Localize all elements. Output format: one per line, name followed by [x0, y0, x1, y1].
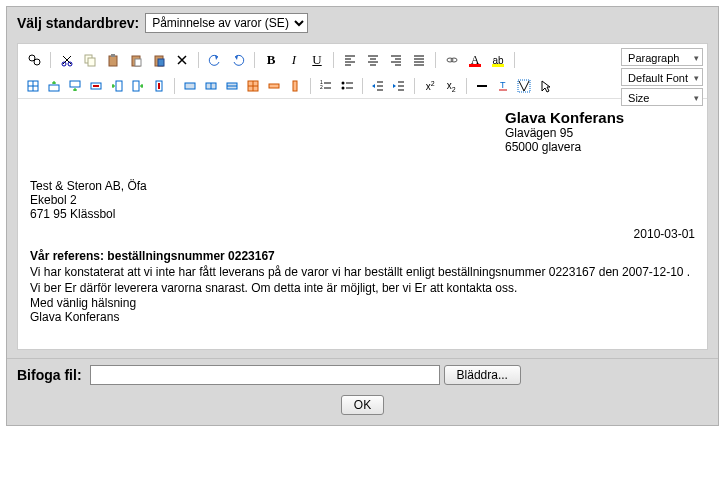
footer-row: OK	[7, 391, 718, 425]
svg-rect-9	[135, 59, 141, 66]
row-props-icon[interactable]	[265, 76, 283, 96]
undo-icon[interactable]	[205, 50, 225, 70]
svg-rect-25	[269, 84, 279, 88]
letter-date: 2010-03-01	[30, 221, 695, 241]
paste-icon[interactable]	[103, 50, 123, 70]
reference-line: Vår referens: beställningsnummer 0223167	[30, 249, 695, 263]
separator	[414, 78, 415, 94]
separator	[333, 52, 334, 68]
separator	[254, 52, 255, 68]
svg-rect-7	[111, 54, 115, 57]
app-window: Välj standardbrev: Påminnelse av varor (…	[6, 6, 719, 426]
editor-toolbar: B I U A ab Paragraph Default Font Size	[18, 44, 707, 99]
paste-text-icon[interactable]	[126, 50, 146, 70]
underline-icon[interactable]: U	[307, 50, 327, 70]
select-all-icon[interactable]	[515, 76, 533, 96]
recipient-line-1: Test & Steron AB, Öfa	[30, 179, 695, 193]
separator	[50, 52, 51, 68]
superscript-icon[interactable]: x2	[421, 76, 439, 96]
cursor-icon[interactable]	[536, 76, 554, 96]
recipient-line-2: Ekebol 2	[30, 193, 695, 207]
separator	[198, 52, 199, 68]
svg-text:2: 2	[320, 84, 323, 90]
separator	[362, 78, 363, 94]
template-select[interactable]: Påminnelse av varor (SE)	[145, 13, 308, 33]
separator	[466, 78, 467, 94]
link-icon[interactable]	[442, 50, 462, 70]
sender-name: Glava Konferans	[505, 109, 695, 126]
unordered-list-icon[interactable]	[338, 76, 356, 96]
template-select-row: Välj standardbrev: Påminnelse av varor (…	[7, 7, 718, 43]
svg-rect-18	[116, 81, 122, 91]
separator	[310, 78, 311, 94]
remove-format-icon[interactable]: T	[494, 76, 512, 96]
outdent-icon[interactable]	[369, 76, 387, 96]
closing-line-2: Glava Konferans	[30, 310, 695, 324]
find-icon[interactable]	[24, 50, 44, 70]
svg-rect-11	[158, 59, 164, 66]
highlight-icon[interactable]: ab	[488, 50, 508, 70]
rich-text-editor: B I U A ab Paragraph Default Font Size	[17, 43, 708, 350]
sender-address-2: 65000 glavera	[505, 140, 695, 154]
font-select[interactable]: Default Font	[621, 68, 703, 86]
cut-icon[interactable]	[57, 50, 77, 70]
svg-point-13	[451, 58, 457, 62]
insert-col-right-icon[interactable]	[129, 76, 147, 96]
editor-content[interactable]: Glava Konferans Glavägen 95 65000 glaver…	[18, 99, 707, 349]
indent-icon[interactable]	[390, 76, 408, 96]
attach-row: Bifoga fil: Bläddra...	[7, 358, 718, 391]
letter-body: Vi har konstaterat att vi inte har fått …	[30, 265, 695, 296]
attach-label: Bifoga fil:	[17, 367, 82, 383]
insert-row-below-icon[interactable]	[66, 76, 84, 96]
size-select[interactable]: Size	[621, 88, 703, 106]
svg-rect-26	[293, 81, 297, 91]
copy-icon[interactable]	[80, 50, 100, 70]
paragraph-select[interactable]: Paragraph	[621, 48, 703, 66]
split-cell-h-icon[interactable]	[202, 76, 220, 96]
cell-props-icon[interactable]	[244, 76, 262, 96]
toolbar-row-2: 12 x2 x2 T	[24, 76, 554, 96]
col-props-icon[interactable]	[286, 76, 304, 96]
svg-rect-5	[88, 58, 95, 66]
table-icon[interactable]	[24, 76, 42, 96]
svg-point-30	[342, 87, 345, 90]
svg-rect-6	[109, 56, 117, 66]
separator	[514, 52, 515, 68]
sender-address-1: Glavägen 95	[505, 126, 695, 140]
closing-line-1: Med vänlig hälsning	[30, 296, 695, 310]
ok-button[interactable]: OK	[341, 395, 384, 415]
delete-icon[interactable]	[172, 50, 192, 70]
delete-col-icon[interactable]	[150, 76, 168, 96]
delete-row-icon[interactable]	[87, 76, 105, 96]
subscript-icon[interactable]: x2	[442, 76, 460, 96]
svg-point-29	[342, 82, 345, 85]
recipient-line-3: 671 95 Klässbol	[30, 207, 695, 221]
align-left-icon[interactable]	[340, 50, 360, 70]
svg-rect-16	[70, 81, 80, 87]
font-color-icon[interactable]: A	[465, 50, 485, 70]
align-justify-icon[interactable]	[409, 50, 429, 70]
separator	[435, 52, 436, 68]
svg-rect-21	[185, 83, 195, 89]
format-dropdown-stack: Paragraph Default Font Size	[621, 48, 703, 106]
svg-rect-15	[49, 85, 59, 91]
hr-icon[interactable]	[473, 76, 491, 96]
redo-icon[interactable]	[228, 50, 248, 70]
svg-rect-19	[133, 81, 139, 91]
svg-point-1	[34, 59, 40, 65]
merge-cells-icon[interactable]	[181, 76, 199, 96]
align-right-icon[interactable]	[386, 50, 406, 70]
split-cell-v-icon[interactable]	[223, 76, 241, 96]
svg-text:T: T	[500, 80, 506, 90]
sender-block: Glava Konferans Glavägen 95 65000 glaver…	[505, 109, 695, 154]
insert-row-above-icon[interactable]	[45, 76, 63, 96]
italic-icon[interactable]: I	[284, 50, 304, 70]
browse-button[interactable]: Bläddra...	[444, 365, 521, 385]
paste-word-icon[interactable]	[149, 50, 169, 70]
ordered-list-icon[interactable]: 12	[317, 76, 335, 96]
bold-icon[interactable]: B	[261, 50, 281, 70]
align-center-icon[interactable]	[363, 50, 383, 70]
insert-col-left-icon[interactable]	[108, 76, 126, 96]
attach-input[interactable]	[90, 365, 440, 385]
template-label: Välj standardbrev:	[17, 15, 139, 31]
